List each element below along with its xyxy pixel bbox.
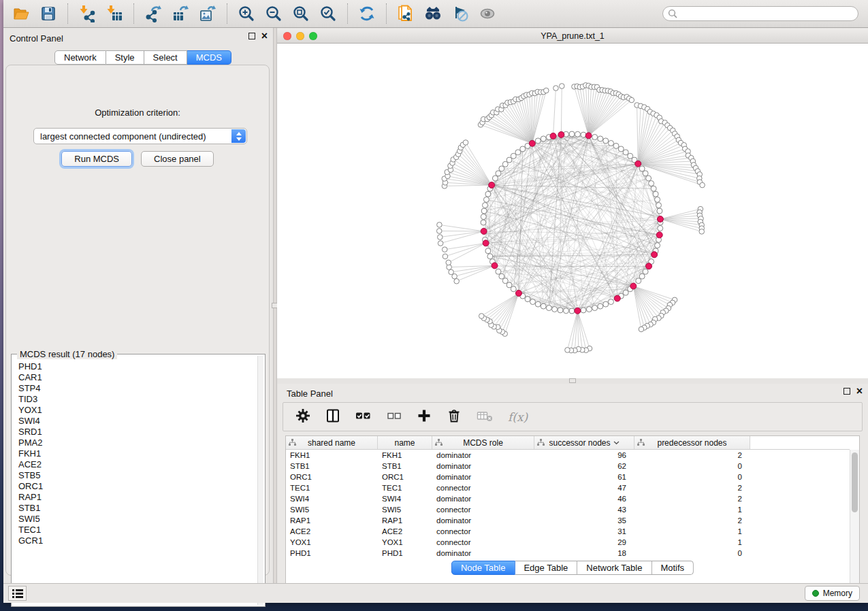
find-icon[interactable] (422, 3, 444, 24)
table-cell: ORC1 (286, 473, 378, 481)
zoom-out-icon[interactable] (263, 3, 285, 24)
apply-layout-icon[interactable] (356, 3, 378, 24)
float-panel-icon[interactable] (843, 388, 850, 395)
mcds-result-item[interactable]: SWI5 (18, 514, 254, 525)
float-panel-icon[interactable] (248, 33, 255, 39)
mcds-list-scrollbar[interactable] (257, 356, 263, 605)
mcds-result-item[interactable]: YOX1 (18, 405, 254, 416)
table-cell: PHD1 (286, 549, 378, 557)
mcds-result-item[interactable]: FKH1 (18, 448, 254, 459)
export-table-icon[interactable] (170, 3, 191, 24)
table-row[interactable]: YOX1YOX1connector291 (286, 537, 850, 548)
save-session-icon[interactable] (37, 3, 59, 24)
table-toolbar: f(x) (283, 402, 863, 431)
create-column-plus-icon[interactable] (417, 408, 432, 426)
mcds-tab-content: Optimization criterion: largest connecte… (5, 65, 270, 576)
task-history-button[interactable] (8, 586, 27, 601)
network-graph[interactable] (277, 44, 868, 378)
mcds-result-item[interactable]: ACE2 (18, 459, 254, 470)
network-canvas[interactable] (277, 44, 868, 378)
table-cell: PHD1 (378, 549, 432, 557)
tab-select[interactable]: Select (144, 50, 187, 65)
export-network-icon[interactable] (142, 3, 164, 24)
table-cell: SWI4 (286, 495, 378, 503)
network-from-selection-icon[interactable] (395, 3, 417, 24)
tab-node-table[interactable]: Node Table (451, 561, 515, 575)
network-window-titlebar[interactable]: YPA_prune.txt_1 (277, 29, 868, 44)
table-cell: ORC1 (378, 473, 432, 481)
column-header-predecessor-nodes[interactable]: predecessor nodes (634, 436, 750, 449)
mcds-result-item[interactable]: PHD1 (18, 361, 254, 372)
table-row[interactable]: SWI5SWI5connector431 (286, 504, 850, 515)
search-input[interactable] (662, 6, 858, 21)
mcds-result-item[interactable]: STB5 (18, 470, 254, 481)
run-mcds-button[interactable]: Run MCDS (61, 151, 132, 167)
table-row[interactable]: SWI4SWI4dominator462 (286, 493, 850, 504)
tab-mcds[interactable]: MCDS (187, 50, 231, 65)
zoom-selected-icon[interactable] (317, 3, 339, 24)
mcds-result-item[interactable]: STP4 (18, 383, 254, 394)
column-header-name[interactable]: name (378, 436, 432, 449)
toolbar-separator (227, 3, 227, 24)
mcds-result-item[interactable]: ORC1 (18, 481, 254, 492)
table-settings-gear-icon[interactable] (295, 408, 310, 426)
import-table-icon[interactable] (103, 3, 125, 24)
export-image-icon[interactable] (197, 3, 219, 24)
mcds-result-item[interactable]: PMA2 (18, 437, 254, 448)
zoom-fit-icon[interactable] (290, 3, 312, 24)
table-cell: ACE2 (286, 527, 378, 535)
close-panel-icon[interactable]: × (856, 388, 863, 395)
table-scrollbar[interactable] (850, 450, 859, 588)
hide-selected-icon[interactable] (449, 3, 471, 24)
table-row[interactable]: TEC1TEC1connector472 (286, 482, 850, 493)
column-header-MCDS-role[interactable]: MCDS role (432, 436, 534, 449)
optimization-criterion-label: Optimization criterion: (6, 108, 269, 118)
delete-column-trash-icon[interactable] (447, 408, 462, 426)
splitter-grip[interactable] (569, 378, 576, 383)
mcds-result-item[interactable]: TID3 (18, 394, 254, 405)
show-columns-icon[interactable] (325, 408, 340, 426)
show-hidden-eye-icon[interactable] (477, 3, 498, 24)
mcds-result-item[interactable]: TEC1 (18, 525, 254, 535)
memory-label: Memory (823, 589, 852, 598)
horizontal-splitter[interactable] (277, 378, 868, 384)
close-panel-button[interactable]: Close panel (141, 151, 214, 167)
table-row[interactable]: RAP1RAP1dominator352 (286, 515, 850, 526)
zoom-in-icon[interactable] (236, 3, 257, 24)
optimization-criterion-select[interactable]: largest connected component (undirected) (33, 128, 247, 144)
table-row[interactable]: ACE2ACE2connector311 (286, 526, 850, 537)
table-cell: YOX1 (286, 538, 378, 546)
tab-motifs[interactable]: Motifs (652, 561, 694, 575)
mcds-result-list[interactable]: PHD1CAR1STP4TID3YOX1SWI4SRD1PMA2FKH1ACE2… (18, 361, 254, 604)
table-row[interactable]: FKH1FKH1dominator962 (286, 450, 850, 461)
mcds-result-title: MCDS result (17 nodes) (17, 349, 117, 359)
table-cell: 46 (534, 495, 634, 503)
mcds-result-item[interactable]: CAR1 (18, 372, 254, 383)
close-panel-icon[interactable]: × (261, 33, 268, 39)
mcds-result-item[interactable]: RAP1 (18, 492, 254, 503)
mcds-result-item[interactable]: SRD1 (18, 427, 254, 437)
table-cell: 47 (534, 484, 634, 492)
tab-network-table[interactable]: Network Table (577, 561, 652, 575)
select-all-rows-icon[interactable] (355, 408, 372, 426)
column-header-filler (750, 436, 850, 449)
mcds-result-item[interactable]: SWI4 (18, 416, 254, 427)
tab-style[interactable]: Style (106, 50, 144, 65)
table-cell: YOX1 (378, 538, 432, 546)
tab-edge-table[interactable]: Edge Table (515, 561, 577, 575)
mcds-result-item[interactable]: STB1 (18, 503, 254, 514)
column-header-successor-nodes[interactable]: successor nodes (534, 436, 634, 449)
tab-network[interactable]: Network (54, 50, 106, 65)
table-cell: TEC1 (286, 484, 378, 492)
table-scrollbar-thumb[interactable] (852, 452, 858, 512)
mcds-result-item[interactable]: GCR1 (18, 535, 254, 546)
column-header-shared-name[interactable]: shared name (286, 436, 378, 449)
network-window-title: YPA_prune.txt_1 (277, 31, 868, 41)
table-row[interactable]: ORC1ORC1dominator610 (286, 472, 850, 482)
open-file-icon[interactable] (10, 3, 32, 24)
memory-button[interactable]: Memory (805, 586, 860, 601)
import-network-icon[interactable] (76, 3, 98, 24)
table-row[interactable]: STB1STB1dominator620 (286, 461, 850, 472)
deselect-all-rows-icon[interactable] (387, 408, 402, 426)
table-row[interactable]: PHD1PHD1dominator180 (286, 548, 850, 559)
